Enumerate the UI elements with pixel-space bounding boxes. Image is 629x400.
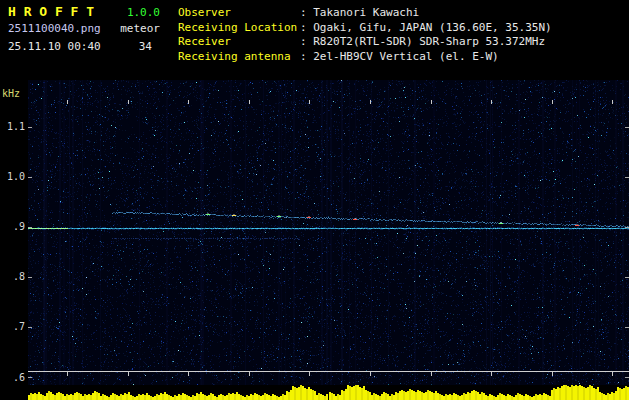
freq-tick-0.8: .8	[1, 272, 25, 282]
info-value-location: : Ogaki, Gifu, JAPAN (136.60E, 35.35N)	[300, 21, 552, 36]
info-row-location: Receiving Location : Ogaki, Gifu, JAPAN …	[178, 21, 552, 36]
app-version: 1.0.0	[127, 6, 160, 19]
freq-tick-1.0: 1.0	[1, 172, 25, 182]
info-row-antenna: Receiving antenna : 2el-HB9CV Vertical (…	[178, 50, 552, 65]
output-filename: 2511100040.png	[8, 22, 101, 35]
freq-tick-0.7: .7	[1, 322, 25, 332]
hrofft-window: H R O F F T 1.0.0 2511100040.png meteor …	[0, 0, 629, 400]
header-info: Observer : Takanori Kawachi Receiving Lo…	[178, 6, 552, 64]
spectrogram-canvas	[28, 80, 629, 385]
freq-tick-0.9: .9	[1, 222, 25, 232]
header-left: H R O F F T 1.0.0 2511100040.png meteor …	[8, 4, 160, 58]
info-row-observer: Observer : Takanori Kawachi	[178, 6, 552, 21]
info-label-observer: Observer	[178, 6, 300, 21]
info-label-location: Receiving Location	[178, 21, 300, 36]
info-value-antenna: : 2el-HB9CV Vertical (el. E-W)	[300, 50, 499, 65]
info-label-receiver: Receiver	[178, 35, 300, 50]
mode-label: meteor	[120, 22, 160, 35]
amplitude-bar-canvas	[28, 385, 629, 400]
info-value-receiver: : R820T2(RTL-SDR) SDR-Sharp 53.372MHz	[300, 35, 545, 50]
info-row-receiver: Receiver : R820T2(RTL-SDR) SDR-Sharp 53.…	[178, 35, 552, 50]
info-value-observer: : Takanori Kawachi	[300, 6, 419, 21]
freq-unit-label: kHz	[2, 88, 20, 99]
app-title: H R O F F T	[8, 4, 94, 19]
freq-tick-0.6: .6	[1, 373, 25, 383]
datetime-label: 25.11.10 00:40	[8, 40, 101, 53]
info-label-antenna: Receiving antenna	[178, 50, 300, 65]
echo-count: 34	[139, 40, 152, 53]
freq-tick-1.1: 1.1	[1, 122, 25, 132]
